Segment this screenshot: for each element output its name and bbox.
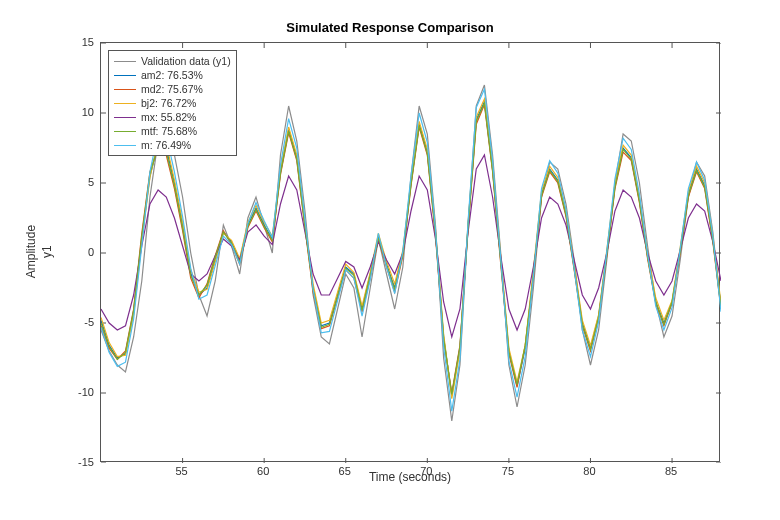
y-tick-label: 0 [54, 246, 94, 258]
legend-label: Validation data (y1) [141, 55, 231, 67]
legend-swatch [114, 75, 136, 76]
x-axis-label: Time (seconds) [100, 470, 720, 484]
legend-label: m: 76.49% [141, 139, 191, 151]
figure: Simulated Response Comparison Amplitude … [0, 0, 780, 520]
y-tick-label: -5 [54, 316, 94, 328]
chart-title: Simulated Response Comparison [0, 20, 780, 35]
legend-swatch [114, 103, 136, 104]
legend-swatch [114, 145, 136, 146]
y-tick-label: -10 [54, 386, 94, 398]
legend-item[interactable]: m: 76.49% [114, 138, 231, 152]
legend-swatch [114, 61, 136, 62]
legend-label: bj2: 76.72% [141, 97, 196, 109]
legend-item[interactable]: mx: 55.82% [114, 110, 231, 124]
y-tick-label: -15 [54, 456, 94, 468]
y-axis-sublabel: y1 [40, 246, 54, 259]
y-tick-label: 5 [54, 176, 94, 188]
legend-label: mx: 55.82% [141, 111, 196, 123]
y-axis-label: Amplitude [24, 225, 38, 278]
y-tick-label: 15 [54, 36, 94, 48]
legend-label: am2: 76.53% [141, 69, 203, 81]
legend-item[interactable]: Validation data (y1) [114, 54, 231, 68]
legend[interactable]: Validation data (y1)am2: 76.53%md2: 75.6… [108, 50, 237, 156]
legend-item[interactable]: am2: 76.53% [114, 68, 231, 82]
legend-swatch [114, 131, 136, 132]
legend-swatch [114, 89, 136, 90]
legend-swatch [114, 117, 136, 118]
legend-label: md2: 75.67% [141, 83, 203, 95]
y-tick-label: 10 [54, 106, 94, 118]
legend-item[interactable]: md2: 75.67% [114, 82, 231, 96]
legend-label: mtf: 75.68% [141, 125, 197, 137]
legend-item[interactable]: mtf: 75.68% [114, 124, 231, 138]
y-axis-label-group: Amplitude y1 [30, 42, 50, 462]
legend-item[interactable]: bj2: 76.72% [114, 96, 231, 110]
